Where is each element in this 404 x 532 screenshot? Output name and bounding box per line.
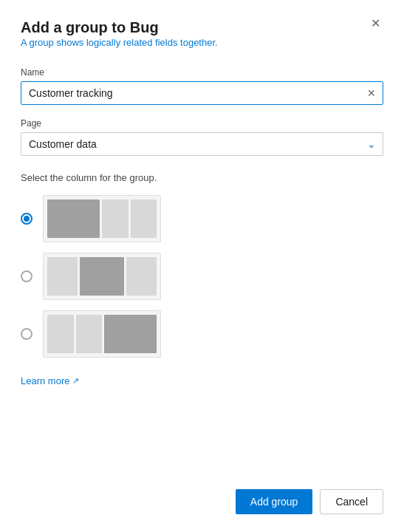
page-select-wrapper: Customer data ⌄ [21,132,383,156]
column-preview-right [43,310,161,358]
col-block [76,315,103,353]
radio-left[interactable] [21,213,32,225]
learn-more-label: Learn more [21,375,69,386]
dialog-header: Add a group to Bug A group shows logical… [21,18,383,64]
radio-right[interactable] [21,328,32,340]
name-clear-button[interactable]: ✕ [366,86,377,100]
col-block [80,257,125,296]
dialog-footer: Add group Cancel [21,477,383,514]
dialog-title: Add a group to Bug A group shows logical… [21,18,218,64]
name-label: Name [21,67,383,78]
cancel-button[interactable]: Cancel [320,489,383,514]
col-block [47,200,100,238]
close-button[interactable]: ✕ [368,16,383,31]
add-group-dialog: Add a group to Bug A group shows logical… [0,0,404,532]
col-block [102,200,129,238]
column-preview-center [43,253,161,300]
col-block [47,257,78,296]
subtitle-text: A group shows logically related fields t… [21,37,218,48]
name-field-wrapper: ✕ [21,81,383,105]
learn-more-link[interactable]: Learn more ↗ [21,375,383,386]
column-section-label: Select the column for the group. [21,172,383,183]
external-link-icon: ↗ [72,376,79,386]
radio-center[interactable] [21,270,32,282]
page-select[interactable]: Customer data [21,132,383,156]
title-text: Add a group to Bug [21,18,218,37]
col-block [47,315,74,353]
add-group-button[interactable]: Add group [236,489,313,514]
col-block [126,257,157,296]
col-block [131,200,157,238]
column-option-right[interactable] [21,310,383,358]
column-options [21,195,383,358]
col-block [104,315,157,353]
column-option-left[interactable] [21,195,383,242]
page-label: Page [21,118,383,129]
column-preview-left [43,195,161,242]
column-option-center[interactable] [21,253,383,300]
name-input[interactable] [21,81,383,105]
